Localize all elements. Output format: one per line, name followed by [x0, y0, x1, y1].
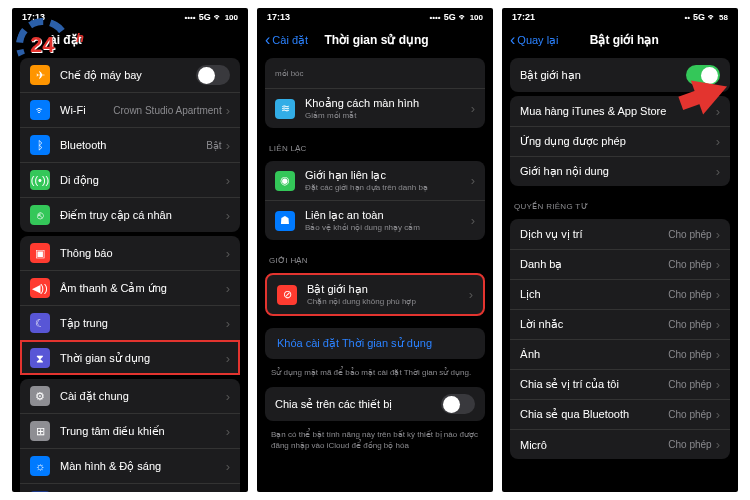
- cellular-icon: ((•)): [30, 170, 50, 190]
- airplane-toggle[interactable]: [196, 65, 230, 85]
- row-value: Cho phép: [668, 349, 711, 360]
- row-airplane[interactable]: ✈Chế độ máy bay: [20, 58, 240, 92]
- chevron-icon: [226, 424, 230, 439]
- row-value: Cho phép: [668, 229, 711, 240]
- airplane-icon: ✈: [30, 65, 50, 85]
- row-content[interactable]: Giới hạn nội dung: [510, 156, 730, 186]
- wifi-icon: ᯤ: [30, 100, 50, 120]
- row-contacts[interactable]: Danh bạCho phép: [510, 249, 730, 279]
- row-label: Micrô: [520, 439, 668, 451]
- row-label: Wi-Fi: [60, 104, 113, 116]
- chevron-icon: [716, 347, 720, 362]
- chevron-icon: [716, 437, 720, 452]
- row-cellular[interactable]: ((•))Di động: [20, 162, 240, 197]
- row-label: Màn hình & Độ sáng: [60, 460, 226, 473]
- row-label: Trung tâm điều khiển: [60, 425, 226, 438]
- chevron-icon: [226, 459, 230, 474]
- row-location[interactable]: Dịch vụ vị tríCho phép: [510, 219, 730, 249]
- chevron-icon: [226, 281, 230, 296]
- row-focus[interactable]: ☾Tập trung: [20, 305, 240, 340]
- row-value: Cho phép: [668, 409, 711, 420]
- row-label: Giới hạn nội dung: [520, 165, 716, 178]
- section-contact: LIÊN LẠC: [257, 132, 493, 157]
- chevron-left-icon: [510, 32, 515, 48]
- row-label: Điểm truy cập cá nhân: [60, 209, 226, 222]
- chevron-icon: [716, 377, 720, 392]
- chevron-icon: [716, 257, 720, 272]
- chevron-icon: [226, 389, 230, 404]
- row-label: Di động: [60, 174, 226, 187]
- row-notifications[interactable]: ▣Thông báo: [20, 236, 240, 270]
- row-microphone[interactable]: MicrôCho phép: [510, 429, 730, 459]
- page-title: Thời gian sử dụng: [268, 33, 485, 47]
- row-share-devices[interactable]: Chia sẻ trên các thiết bị: [265, 387, 485, 421]
- row-calendar[interactable]: LịchCho phép: [510, 279, 730, 309]
- notifications-icon: ▣: [30, 243, 50, 263]
- share-toggle[interactable]: [441, 394, 475, 414]
- clock: 17:13: [22, 12, 45, 22]
- chevron-icon: [716, 287, 720, 302]
- row-label: Tập trung: [60, 317, 226, 330]
- row-sub: Đặt các giới hạn dựa trên danh bạ: [305, 183, 471, 192]
- row-label: Chia sẻ vị trí của tôi: [520, 378, 668, 391]
- row-label: Ảnh: [520, 348, 668, 361]
- chevron-icon: [226, 351, 230, 366]
- status-bar: 17:13 •••• 5G ᯤ 100: [257, 8, 493, 26]
- restriction-icon: ⊘: [277, 285, 297, 305]
- row-photos[interactable]: ẢnhCho phép: [510, 339, 730, 369]
- chevron-icon: [226, 173, 230, 188]
- nav-bar: ài đặt: [12, 26, 248, 54]
- chevron-icon: [716, 407, 720, 422]
- row-label: Chế độ máy bay: [60, 69, 196, 82]
- row-wifi[interactable]: ᯤWi-FiCrown Studio Apartment: [20, 92, 240, 127]
- chevron-icon: [226, 246, 230, 261]
- row-control-center[interactable]: ⊞Trung tâm điều khiển: [20, 413, 240, 448]
- hotspot-icon: ⎋: [30, 205, 50, 225]
- row-bluetooth-share[interactable]: Chia sẻ qua BluetoothCho phép: [510, 399, 730, 429]
- row-allowed-apps[interactable]: Ứng dụng được phép: [510, 126, 730, 156]
- row-sounds[interactable]: ◀))Âm thanh & Cảm ứng: [20, 270, 240, 305]
- row-value: Cho phép: [668, 379, 711, 390]
- row-enable-restrictions[interactable]: ⊘ Bật giới hạnChặn nội dung không phù hợ…: [267, 275, 483, 314]
- row-comm-safety[interactable]: ☗Liên lạc an toànBảo vệ khỏi nội dung nh…: [265, 200, 485, 240]
- row-reminders[interactable]: Lời nhắcCho phép: [510, 309, 730, 339]
- row-bluetooth[interactable]: ᛒBluetoothBật: [20, 127, 240, 162]
- row-value: Crown Studio Apartment: [113, 105, 221, 116]
- focus-icon: ☾: [30, 313, 50, 333]
- sounds-icon: ◀)): [30, 278, 50, 298]
- row-label: Thông báo: [60, 247, 226, 259]
- status-icons: •••• 5G ᯤ 100: [429, 12, 483, 22]
- row-label: Thời gian sử dụng: [60, 352, 226, 365]
- share-footnote: Bạn có thể bật tính năng này trên bất kỳ…: [257, 425, 493, 456]
- chevron-icon: [716, 317, 720, 332]
- lock-screentime-link[interactable]: Khóa cài đặt Thời gian sử dụng: [265, 328, 485, 359]
- nav-bar: Quay lại Bật giới hạn: [502, 26, 738, 54]
- row-hotspot[interactable]: ⎋Điểm truy cập cá nhân: [20, 197, 240, 232]
- chevron-icon: [226, 138, 230, 153]
- row-value: Cho phép: [668, 319, 711, 330]
- lock-footnote: Sử dụng mật mã để bảo mật cài đặt Thời g…: [257, 363, 493, 383]
- section-privacy: QUYỀN RIÊNG TƯ: [502, 190, 738, 215]
- row-screen-distance[interactable]: ≋ Khoảng cách màn hìnhGiảm mỏi mắt: [265, 88, 485, 128]
- row-share-loc[interactable]: Chia sẻ vị trí của tôiCho phép: [510, 369, 730, 399]
- chevron-icon: [471, 213, 475, 228]
- row-comm-limit[interactable]: ◉Giới hạn liên lạcĐặt các giới hạn dựa t…: [265, 161, 485, 200]
- status-bar: 17:21 •• 5G ᯤ 58: [502, 8, 738, 26]
- row-label: Bluetooth: [60, 139, 206, 151]
- display-icon: ☼: [30, 456, 50, 476]
- home-icon: ▦: [30, 491, 50, 492]
- row-home[interactable]: ▦Màn hình chính & Thư viện: [20, 483, 240, 492]
- row-stub[interactable]: mỏi bóc: [265, 58, 485, 88]
- control-center-icon: ⊞: [30, 421, 50, 441]
- chevron-icon: [716, 164, 720, 179]
- row-label: Chia sẻ qua Bluetooth: [520, 408, 668, 421]
- screentime-icon: ⧗: [30, 348, 50, 368]
- bluetooth-icon: ᛒ: [30, 135, 50, 155]
- row-value: Cho phép: [668, 289, 711, 300]
- row-screentime[interactable]: ⧗Thời gian sử dụng: [20, 340, 240, 375]
- distance-icon: ≋: [275, 99, 295, 119]
- row-display[interactable]: ☼Màn hình & Độ sáng: [20, 448, 240, 483]
- general-icon: ⚙: [30, 386, 50, 406]
- row-general[interactable]: ⚙Cài đặt chung: [20, 379, 240, 413]
- row-label: Ứng dụng được phép: [520, 135, 716, 148]
